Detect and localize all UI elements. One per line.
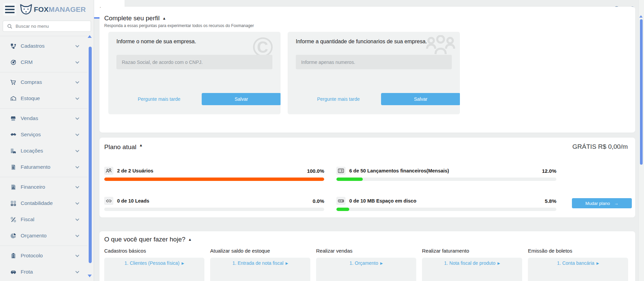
ask-later-link[interactable]: Pergunte mais tarde	[296, 93, 381, 105]
chevron-down-icon	[75, 253, 79, 257]
company-name-input[interactable]	[116, 55, 272, 69]
main-area: PAINEL ?	[94, 0, 638, 281]
app-logo-text: FOXMANAGER	[34, 5, 86, 14]
sidebar-scroll-down-arrow[interactable]	[88, 275, 92, 277]
app-logo[interactable]: FOXMANAGER	[19, 3, 86, 16]
metric-leads: 0 de 10 Leads 0.0%	[104, 197, 324, 211]
collapse-arrow-icon[interactable]: ▲	[188, 237, 192, 241]
chevron-down-icon	[75, 44, 79, 47]
divider	[0, 245, 87, 246]
chevron-down-icon	[75, 233, 79, 237]
sidebar-item-label: Serviços	[21, 132, 41, 138]
store-icon	[9, 116, 17, 121]
sidebar-scrollbar-thumb[interactable]	[89, 47, 92, 263]
profile-card-company-name: © Informe o nome de sua empresa. Pergunt…	[108, 32, 281, 114]
plan-price: GRÁTIS R$ 0,00/m	[572, 143, 628, 150]
metric-label: 6 de 50 Lançamentos financeiros(Mensais)	[349, 168, 449, 173]
divider	[0, 177, 87, 177]
sidebar-item-financeiro[interactable]: Financeiro	[0, 179, 94, 195]
search-input[interactable]	[16, 24, 91, 29]
metric-percent: 12.0%	[542, 168, 556, 174]
metric-percent: 5.8%	[545, 198, 556, 204]
metric-percent: 100.0%	[307, 168, 324, 174]
today-column-cadastros-basicos: Cadastros básicos 1. Clientes (Pessoa fí…	[104, 248, 204, 281]
chevron-down-icon	[75, 80, 79, 84]
warehouse-icon	[9, 96, 17, 101]
page-scrollbar[interactable]	[638, 0, 644, 281]
ask-later-link[interactable]: Pergunte mais tarde	[116, 93, 202, 105]
column-links-box: 1. Clientes (Pessoa física)▶	[104, 258, 204, 281]
progress-bar	[336, 178, 556, 181]
sidebar-item-label: Fiscal	[21, 216, 34, 223]
svg-text:$: $	[12, 166, 14, 169]
column-links-box: 1. Nota fiscal de produto▶	[422, 258, 522, 281]
ledger-icon	[336, 167, 346, 175]
progress-bar	[104, 208, 324, 211]
collapse-arrow-icon[interactable]: ▲	[162, 16, 166, 20]
sidebar-scroll-up-arrow[interactable]	[88, 35, 92, 38]
search-icon	[7, 24, 13, 29]
sidebar-item-faturamento[interactable]: $ Faturamento	[0, 159, 94, 175]
save-button[interactable]: Salvar	[202, 93, 281, 105]
building-car-icon	[9, 148, 17, 154]
sidebar-item-label: Cadastros	[21, 43, 45, 49]
chevron-down-icon	[75, 217, 79, 221]
menu-search	[3, 21, 91, 32]
sidebar-item-frota[interactable]: Frota	[0, 264, 94, 280]
save-button[interactable]: Salvar	[381, 93, 460, 105]
sidebar-item-estoque[interactable]: Estoque	[0, 90, 94, 107]
complete-profile-section: Complete seu perfil ▲ Responda a essas p…	[99, 7, 635, 133]
sidebar-item-label: Financeiro	[21, 184, 45, 190]
change-plan-label: Mudar plano	[585, 201, 610, 206]
today-column-emissao-boletos: Emissão de boletos 1. Conta bancária▶	[528, 248, 628, 281]
today-link[interactable]: 1. Nota fiscal de produto▶	[444, 260, 500, 266]
sidebar-item-compras[interactable]: Compras	[0, 74, 94, 90]
today-link[interactable]: 1. Conta bancária▶	[557, 260, 599, 266]
progress-bar	[336, 208, 556, 211]
sidebar-item-label: Vendas	[21, 115, 38, 121]
sidebar-item-locacoes[interactable]: Locações	[0, 143, 94, 159]
chevron-down-icon	[75, 60, 79, 64]
sidebar-item-label: Frota	[21, 269, 33, 275]
car-icon	[9, 269, 17, 275]
play-icon: ▶	[497, 260, 500, 266]
column-links-box: 1. Entrada de nota fiscal▶	[210, 258, 310, 281]
column-links-box: 1. Conta bancária▶	[528, 258, 628, 281]
change-plan-button[interactable]: Mudar plano →	[572, 198, 632, 208]
sidebar-item-label: Faturamento	[21, 164, 50, 170]
employee-count-input[interactable]	[296, 55, 452, 69]
column-header: Cadastros básicos	[104, 248, 204, 254]
sidebar-item-protocolo[interactable]: Protocolo	[0, 248, 94, 264]
profile-card-employee-count: Informe a quantidade de funcionarios de …	[288, 32, 460, 114]
sidebar-item-crm[interactable]: CRM	[0, 54, 94, 70]
sidebar-item-fiscal[interactable]: Fiscal	[0, 211, 94, 228]
target-icon	[9, 60, 17, 65]
today-link[interactable]: 1. Clientes (Pessoa física)▶	[125, 260, 184, 266]
collapse-arrow-icon[interactable]: ▲	[139, 143, 143, 147]
sidebar-item-label: CRM	[21, 59, 32, 65]
chevron-down-icon	[75, 165, 79, 168]
fox-logo-icon	[19, 3, 33, 16]
metric-disk: 0 de 10 MB Espaço em disco 5.8%	[336, 197, 556, 211]
sidebar-item-label: Protocolo	[21, 253, 43, 259]
sidebar-item-orcamento[interactable]: Orçamento	[0, 228, 94, 244]
sidebar-item-servicos[interactable]: Serviços	[0, 126, 94, 143]
hamburger-menu-button[interactable]	[3, 3, 16, 16]
sidebar-item-vendas[interactable]: Vendas	[0, 110, 94, 126]
users-icon	[104, 167, 113, 175]
leads-icon	[104, 197, 113, 205]
play-icon: ▶	[181, 260, 184, 266]
handshake-icon	[9, 132, 17, 137]
page-scroll-up-arrow[interactable]	[639, 15, 643, 18]
sidebar-item-contabilidade[interactable]: Contabilidade	[0, 195, 94, 211]
calculator-icon	[9, 201, 17, 206]
today-link[interactable]: 1. Orçamento▶	[350, 260, 383, 266]
today-link[interactable]: 1. Entrada de nota fiscal▶	[232, 260, 288, 266]
sidebar-item-label: Contabilidade	[21, 200, 53, 206]
sidebar-item-cadastros[interactable]: Cadastros	[0, 38, 94, 54]
chevron-down-icon	[75, 116, 79, 120]
sidebar-nav: Cadastros CRM Compras	[0, 36, 94, 281]
card-question: Informe o nome de sua empresa.	[116, 38, 259, 45]
sitemap-icon	[9, 43, 17, 49]
page-scrollbar-thumb[interactable]	[640, 19, 643, 165]
